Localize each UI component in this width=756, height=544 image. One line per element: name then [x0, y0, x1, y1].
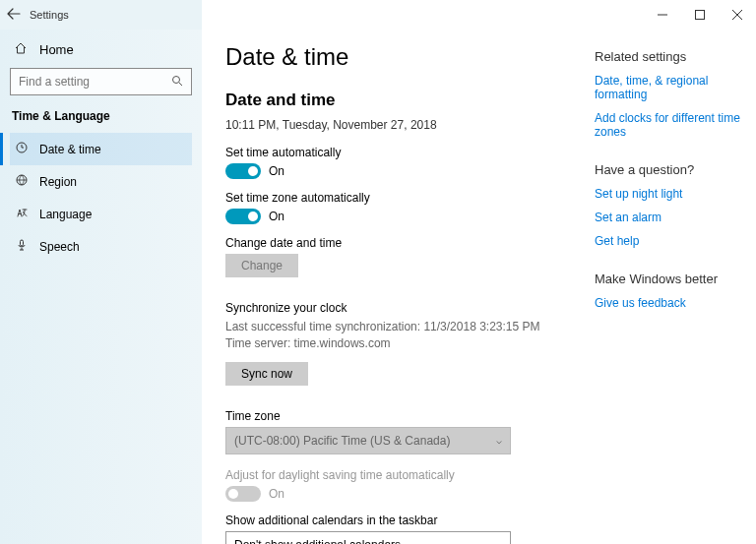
home-label: Home: [39, 42, 74, 57]
search-box[interactable]: [10, 68, 192, 95]
set-tz-auto-state: On: [269, 210, 284, 223]
timezone-label: Time zone: [225, 409, 585, 423]
home-icon: [14, 41, 30, 58]
sidebar-item-region[interactable]: Region: [10, 165, 192, 198]
svg-rect-8: [21, 240, 24, 246]
microphone-icon: [14, 238, 30, 255]
sidebar-item-label: Region: [39, 175, 77, 189]
feedback-header: Make Windows better: [595, 272, 744, 286]
link-set-alarm[interactable]: Set an alarm: [595, 211, 744, 224]
sync-server: Time server: time.windows.com: [225, 335, 585, 352]
link-get-help[interactable]: Get help: [595, 234, 744, 248]
chevron-down-icon: ⌵: [496, 539, 502, 544]
section-date-time: Date and time: [225, 91, 585, 110]
clock-gear-icon: [14, 141, 30, 157]
dst-label: Adjust for daylight saving time automati…: [225, 468, 585, 482]
sync-now-button[interactable]: Sync now: [225, 362, 308, 386]
content-area: Date & time Date and time 10:11 PM, Tues…: [202, 30, 756, 544]
sidebar-item-language[interactable]: Language: [10, 198, 192, 230]
additional-calendars-label: Show additional calendars in the taskbar: [225, 514, 585, 527]
close-button[interactable]: [719, 0, 756, 30]
home-button[interactable]: Home: [10, 35, 192, 68]
change-button: Change: [225, 254, 298, 277]
additional-calendars-select[interactable]: Don't show additional calendars ⌵: [225, 531, 511, 544]
svg-point-4: [173, 76, 180, 83]
language-icon: [14, 206, 30, 222]
link-night-light[interactable]: Set up night light: [595, 187, 744, 201]
sidebar-item-label: Language: [39, 208, 92, 221]
current-datetime: 10:11 PM, Tuesday, November 27, 2018: [225, 118, 585, 132]
sidebar-item-speech[interactable]: Speech: [10, 230, 192, 263]
globe-icon: [14, 173, 30, 190]
link-add-clocks[interactable]: Add clocks for different time zones: [595, 111, 744, 139]
svg-line-5: [179, 83, 182, 86]
sidebar-item-label: Speech: [39, 240, 80, 254]
minimize-button[interactable]: [644, 0, 681, 30]
set-time-auto-toggle[interactable]: [225, 163, 261, 179]
set-time-auto-state: On: [269, 164, 284, 178]
related-settings-header: Related settings: [595, 49, 744, 64]
timezone-value: (UTC-08:00) Pacific Time (US & Canada): [234, 434, 450, 448]
search-input[interactable]: [19, 75, 171, 89]
link-date-time-regional[interactable]: Date, time, & regional formatting: [595, 74, 744, 101]
sidebar-category: Time & Language: [12, 109, 190, 123]
timezone-select: (UTC-08:00) Pacific Time (US & Canada) ⌵: [225, 427, 511, 454]
sidebar: Home Time & Language Date & time Region: [0, 30, 202, 544]
dst-toggle: [225, 486, 261, 502]
sync-last: Last successful time synchronization: 11…: [225, 319, 585, 335]
additional-calendars-value: Don't show additional calendars: [234, 538, 401, 544]
change-date-time-label: Change date and time: [225, 236, 585, 250]
set-tz-auto-toggle[interactable]: [225, 209, 261, 224]
maximize-button[interactable]: [681, 0, 719, 30]
dst-state: On: [269, 487, 284, 501]
svg-rect-1: [696, 11, 705, 20]
sidebar-item-date-time[interactable]: Date & time: [10, 133, 192, 165]
set-time-auto-label: Set time automatically: [225, 146, 585, 159]
question-header: Have a question?: [595, 162, 744, 177]
sidebar-item-label: Date & time: [39, 143, 101, 156]
set-tz-auto-label: Set time zone automatically: [225, 191, 585, 205]
back-button[interactable]: [0, 7, 28, 23]
sync-header: Synchronize your clock: [225, 301, 585, 315]
titlebar: Settings: [0, 0, 756, 30]
chevron-down-icon: ⌵: [496, 435, 502, 446]
search-icon: [171, 75, 183, 90]
window-title: Settings: [28, 9, 644, 21]
page-title: Date & time: [225, 43, 585, 71]
link-give-feedback[interactable]: Give us feedback: [595, 296, 744, 310]
